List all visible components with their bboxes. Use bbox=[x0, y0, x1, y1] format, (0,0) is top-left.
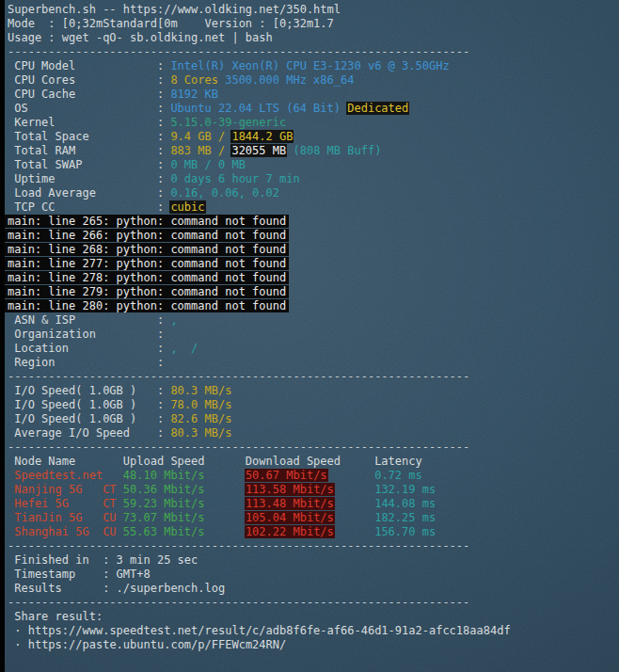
tcp-cc-line: TCP CC : cubic bbox=[8, 200, 511, 215]
field-value: GMT+8 bbox=[117, 568, 151, 581]
speedtest-row: Speedtest.net 48.10 Mbit/s 50.67 Mbit/s … bbox=[8, 469, 511, 483]
kernel-line: Kernel : 5.15.0-39-generic bbox=[8, 116, 511, 130]
field-label: Organization : bbox=[8, 328, 170, 341]
field-value: 8 Cores bbox=[170, 73, 225, 87]
text-segment bbox=[205, 497, 246, 510]
total-swap-line: Total SWAP : 0 MB / 0 MB bbox=[8, 158, 511, 172]
cpu-cores-line: CPU Cores : 8 Cores 3500.000 MHz x86_64 bbox=[8, 73, 511, 88]
field-label: Results : bbox=[8, 582, 117, 595]
region-line: Region : bbox=[8, 356, 511, 370]
download-speed: 102.22 Mbit/s bbox=[245, 525, 335, 538]
field-value: , / bbox=[170, 342, 198, 355]
text-segment bbox=[334, 483, 374, 496]
field-label: Timestamp : bbox=[8, 568, 117, 581]
field-label: I/O Speed( 1.0GB ) : bbox=[8, 412, 170, 425]
node-name: Speedtest.net bbox=[8, 469, 123, 482]
speedtest-row: TianJin 5G CU 73.07 Mbit/s 105.04 Mbit/s… bbox=[8, 511, 511, 525]
text-segment bbox=[205, 525, 246, 538]
speedtest-row: Hefei 5G CT 59.23 Mbit/s 113.48 Mbit/s 1… bbox=[8, 497, 511, 511]
separator-dashes: ----------------------------------------… bbox=[8, 370, 469, 383]
field-value: 3 min 25 sec bbox=[117, 553, 198, 567]
separator-dashes: ----------------------------------------… bbox=[8, 596, 469, 609]
upload-speed: 73.07 Mbit/s bbox=[123, 511, 205, 524]
mode-version-line: Mode : [0;32mStandard[0m Version : [0;32… bbox=[8, 17, 511, 31]
field-value: ./superbench.log bbox=[117, 582, 226, 595]
latency: 144.08 ms bbox=[374, 497, 436, 510]
organization-line: Organization : bbox=[8, 328, 511, 342]
uptime-line: Uptime : 0 days 6 hour 7 min bbox=[8, 172, 511, 186]
field-label: ASN & ISP : bbox=[8, 313, 170, 327]
field-value: 0.16, 0.06, 0.02 bbox=[170, 186, 279, 200]
field-label: Region : bbox=[8, 356, 170, 369]
field-label: CPU Cache : bbox=[8, 88, 170, 101]
field-value: 0 days 6 hour 7 min bbox=[170, 172, 299, 185]
field-label: Total RAM : bbox=[8, 144, 170, 157]
url-oldking[interactable]: https://www.oldking.net/350.html bbox=[123, 3, 341, 16]
error-text: main: line 280: python: command not foun… bbox=[5, 299, 289, 312]
latency: 0.72 ms bbox=[374, 469, 422, 482]
separator-line: ----------------------------------------… bbox=[8, 45, 511, 59]
separator-line: ----------------------------------------… bbox=[8, 370, 511, 384]
separator-dashes: ----------------------------------------… bbox=[8, 440, 469, 454]
field-label: Uptime : bbox=[8, 172, 170, 185]
io-speed-line-2: I/O Speed( 1.0GB ) : 78.0 MB/s bbox=[8, 398, 511, 412]
field-label: CPU Cores : bbox=[8, 73, 170, 87]
field-label: TCP CC : bbox=[8, 200, 170, 214]
field-value: 5.15.0-39-generic bbox=[170, 116, 286, 129]
field-value: 80.3 MB/s bbox=[170, 426, 231, 440]
error-text: main: line 266: python: command not foun… bbox=[5, 229, 289, 242]
error-text: main: line 277: python: command not foun… bbox=[5, 257, 289, 270]
latency: 182.25 ms bbox=[374, 511, 436, 524]
node-name: TianJin 5G CU bbox=[8, 511, 123, 524]
python-error-line: main: line 277: python: command not foun… bbox=[8, 257, 511, 271]
separator-dashes: ----------------------------------------… bbox=[8, 539, 469, 552]
io-speed-line-1: I/O Speed( 1.0GB ) : 80.3 MB/s bbox=[8, 384, 511, 398]
table-header: Node Name Upload Speed Download Speed La… bbox=[8, 455, 422, 468]
field-value: (808 MB Buff) bbox=[293, 144, 381, 157]
results-line: Results : ./superbench.log bbox=[8, 582, 511, 596]
terminal-output: Superbench.sh -- https://www.oldking.net… bbox=[8, 3, 511, 652]
download-speed: 50.67 Mbit/s bbox=[245, 469, 328, 482]
share-url-paste-ubuntu[interactable]: https://paste.ubuntu.com/p/FFEWcm24RN/ bbox=[28, 638, 287, 651]
field-label: Average I/O Speed : bbox=[8, 426, 170, 440]
field-value: cubic bbox=[169, 200, 205, 214]
download-speed: 113.58 Mbit/s bbox=[245, 483, 335, 496]
field-label: CPU Model : bbox=[8, 59, 170, 72]
field-value: Intel(R) Xeon(R) CPU E3-1230 v6 @ 3.50GH… bbox=[170, 59, 449, 72]
separator-dashes: ----------------------------------------… bbox=[8, 45, 469, 58]
field-value: 3500.000 MHz x86_64 bbox=[225, 73, 354, 87]
share-url-speedtest[interactable]: https://www.speedtest.net/result/c/adb8f… bbox=[28, 624, 511, 637]
upload-speed: 59.23 Mbit/s bbox=[123, 497, 205, 510]
field-value: 8192 KB bbox=[170, 88, 218, 101]
text-segment bbox=[205, 469, 246, 482]
field-value: 0 MB / 0 MB bbox=[170, 158, 245, 171]
field-value: 80.3 MB/s bbox=[170, 384, 231, 397]
field-value: 78.0 MB/s bbox=[170, 398, 231, 411]
field-label: Location : bbox=[8, 342, 170, 355]
upload-speed: 48.10 Mbit/s bbox=[123, 469, 205, 482]
terminal-window[interactable]: Superbench.sh -- https://www.oldking.net… bbox=[0, 0, 619, 672]
error-text: main: line 279: python: command not foun… bbox=[5, 285, 289, 298]
io-average-line: Average I/O Speed : 80.3 MB/s bbox=[8, 426, 511, 440]
upload-speed: 55.63 Mbit/s bbox=[123, 525, 205, 538]
os-line: OS : Ubuntu 22.04 LTS (64 Bit) Dedicated bbox=[8, 102, 511, 116]
separator-line: ----------------------------------------… bbox=[8, 539, 511, 553]
total-ram-line: Total RAM : 883 MB / 32055 MB (808 MB Bu… bbox=[8, 144, 511, 158]
text-segment: Mode : [0;32mStandard[0m Version : [0;32… bbox=[8, 17, 334, 30]
python-error-line: main: line 268: python: command not foun… bbox=[8, 243, 511, 257]
text-segment bbox=[205, 483, 246, 496]
latency: 156.70 ms bbox=[374, 525, 436, 538]
field-label: OS : bbox=[8, 102, 170, 115]
text-segment: Usage : wget -qO- sb.oldking.net | bash bbox=[8, 31, 273, 44]
python-error-line: main: line 280: python: command not foun… bbox=[8, 299, 511, 313]
text-segment: Superbench.sh -- bbox=[8, 3, 123, 16]
field-label: Total Space : bbox=[8, 130, 170, 143]
share-url-line: · https://paste.ubuntu.com/p/FFEWcm24RN/ bbox=[8, 638, 511, 652]
python-error-line: main: line 266: python: command not foun… bbox=[8, 229, 511, 243]
location-line: Location : , / bbox=[8, 342, 511, 356]
latency: 132.19 ms bbox=[374, 483, 436, 496]
python-error-line: main: line 279: python: command not foun… bbox=[8, 285, 511, 299]
field-value: , bbox=[170, 313, 177, 327]
timestamp-line: Timestamp : GMT+8 bbox=[8, 568, 511, 582]
error-text: main: line 268: python: command not foun… bbox=[5, 243, 289, 256]
